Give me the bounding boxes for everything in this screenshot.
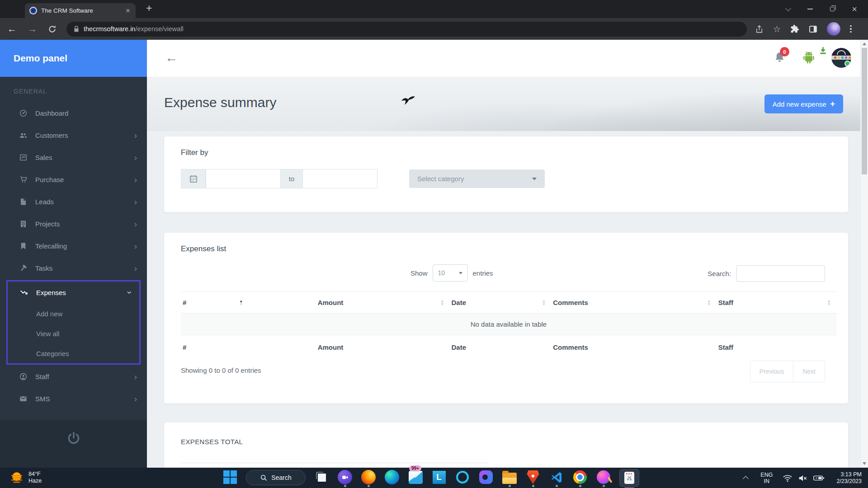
sort-desc-icon: ▼: [827, 303, 831, 306]
sidebar-item-leads[interactable]: Leads ›: [0, 191, 147, 213]
taskbar-app-l[interactable]: L: [431, 470, 447, 487]
sidebar-item-dashboard[interactable]: Dashboard: [0, 102, 147, 124]
sidebar-subitem-view-all[interactable]: View all: [8, 324, 139, 343]
divider: [181, 463, 488, 463]
dashboard-icon: [19, 109, 28, 117]
tray-chevron-up-icon[interactable]: [743, 476, 749, 482]
add-new-expense-button[interactable]: Add new expense +: [764, 94, 843, 113]
page-title: Expense summary: [164, 95, 276, 110]
sidebar-item-telecalling[interactable]: Telecalling ›: [0, 235, 147, 257]
scroll-up-icon[interactable]: [861, 40, 868, 47]
power-logout-icon[interactable]: [66, 431, 81, 447]
sidebar-item-sms[interactable]: SMS ›: [0, 388, 147, 410]
browser-tab[interactable]: The CRM Software ×: [25, 3, 136, 18]
browser-back-button[interactable]: ←: [7, 23, 17, 34]
empty-message: No data available in table: [181, 314, 836, 335]
browser-profile-avatar[interactable]: [827, 22, 840, 36]
sidebar-item-purchase[interactable]: Purchase ›: [0, 169, 147, 191]
firefox-icon: [361, 470, 376, 484]
tab-close-icon[interactable]: ×: [125, 7, 131, 14]
sidebar-item-staff[interactable]: Staff ›: [0, 366, 147, 388]
snipping-tool-icon: [624, 472, 634, 484]
video-call-app-icon: [338, 470, 352, 484]
sidebar-footer: [0, 420, 147, 468]
taskbar-search[interactable]: Search: [246, 470, 306, 485]
taskbar-app-firefox[interactable]: [361, 470, 376, 487]
table-search-input[interactable]: [736, 265, 825, 282]
taskbar-app-paint[interactable]: [596, 470, 611, 487]
window-close-button[interactable]: ×: [852, 5, 857, 14]
column-header-number[interactable]: # ▲▼: [181, 292, 248, 314]
task-view-button[interactable]: [314, 470, 329, 487]
sort-desc-icon: ▼: [239, 303, 243, 306]
date-to-input[interactable]: [302, 169, 377, 188]
table-search-control: Search:: [708, 265, 825, 282]
chrome-icon: [573, 470, 587, 484]
category-select[interactable]: Select category: [409, 169, 545, 188]
bookmark-star-icon[interactable]: ☆: [773, 24, 781, 34]
taskbar-app-edge[interactable]: [384, 470, 400, 487]
column-header-date[interactable]: Date ▲▼: [449, 292, 551, 314]
android-app-button[interactable]: [802, 51, 821, 67]
taskbar-app-snipping-active[interactable]: [619, 470, 639, 487]
sidebar-nav: GENERAL Dashboard Customers › Sales › Pu…: [0, 77, 147, 410]
date-from-input[interactable]: [206, 169, 281, 188]
taskbar-app-video[interactable]: [337, 470, 353, 487]
taskbar-app-alexa[interactable]: [455, 470, 470, 487]
column-header-amount[interactable]: Amount ▲▼: [316, 292, 450, 314]
taskbar-app-explorer[interactable]: [502, 470, 517, 487]
tray-date: 2/23/2023: [836, 478, 862, 485]
column-header-staff[interactable]: Staff ▲▼: [717, 292, 836, 314]
address-bar[interactable]: thecrmsoftware.in/expense/viewall: [66, 22, 747, 37]
notifications-button[interactable]: 0: [774, 52, 786, 66]
sidebar-item-sales[interactable]: Sales ›: [0, 146, 147, 169]
language-indicator[interactable]: ENG IN: [760, 472, 773, 484]
sidebar-item-expenses[interactable]: Expenses ›: [8, 282, 139, 304]
sidebar-item-customers[interactable]: Customers ›: [0, 124, 147, 146]
taskbar-app-vscode[interactable]: [549, 470, 564, 487]
battery-charging-icon[interactable]: [813, 475, 825, 481]
sidebar-subitem-add-new[interactable]: Add new: [8, 304, 139, 324]
new-tab-button[interactable]: +: [146, 2, 152, 14]
android-icon: [802, 51, 816, 65]
user-avatar[interactable]: [831, 48, 851, 68]
sidebar-item-projects[interactable]: Projects ›: [0, 213, 147, 235]
scroll-down-icon[interactable]: [861, 460, 868, 467]
previous-page-button[interactable]: Previous: [750, 361, 793, 382]
next-page-button[interactable]: Next: [793, 361, 825, 382]
weather-widget[interactable]: 84°F Haze: [9, 470, 42, 485]
footer-column-number: #: [181, 335, 248, 355]
side-panel-icon[interactable]: [809, 25, 817, 33]
volume-muted-icon[interactable]: [798, 473, 808, 483]
pagination: Previous Next: [750, 361, 825, 382]
taskbar-app-loop[interactable]: [478, 470, 494, 487]
tab-search-chevron-icon[interactable]: [785, 5, 791, 11]
clock-widget[interactable]: 3:13 PM 2/23/2023: [836, 471, 862, 485]
app-back-arrow[interactable]: ←: [165, 51, 178, 65]
expenses-table: # ▲▼ Amount ▲▼ Date ▲▼: [181, 291, 836, 355]
calendar-icon: [181, 169, 206, 188]
taskbar-app-mail[interactable]: 99+: [408, 470, 423, 487]
alexa-icon: [456, 471, 469, 483]
extensions-puzzle-icon[interactable]: [790, 24, 799, 33]
browser-menu-icon[interactable]: [850, 25, 852, 33]
url-domain: thecrmsoftware.in: [84, 25, 135, 33]
scrollbar-thumb[interactable]: [862, 48, 867, 174]
sidebar-item-tasks[interactable]: Tasks ›: [0, 257, 147, 279]
page-scrollbar[interactable]: [860, 40, 868, 468]
download-arrow-icon: [819, 47, 827, 56]
search-icon: [260, 474, 267, 481]
taskbar-app-brave[interactable]: [525, 470, 541, 487]
sidebar-subitem-categories[interactable]: Categories: [8, 343, 139, 363]
wifi-icon[interactable]: [783, 473, 793, 483]
browser-forward-button[interactable]: →: [28, 23, 37, 34]
taskbar-app-chrome[interactable]: [572, 470, 588, 487]
minimize-button[interactable]: [807, 9, 813, 9]
table-summary: Showing 0 to 0 of 0 entries: [181, 366, 261, 374]
page-size-select[interactable]: 10: [433, 264, 468, 282]
start-button[interactable]: [222, 470, 238, 487]
reload-button[interactable]: [48, 25, 57, 33]
share-icon[interactable]: [755, 25, 764, 33]
column-header-comments[interactable]: Comments ▲▼: [551, 292, 716, 314]
restore-button[interactable]: [830, 7, 835, 11]
